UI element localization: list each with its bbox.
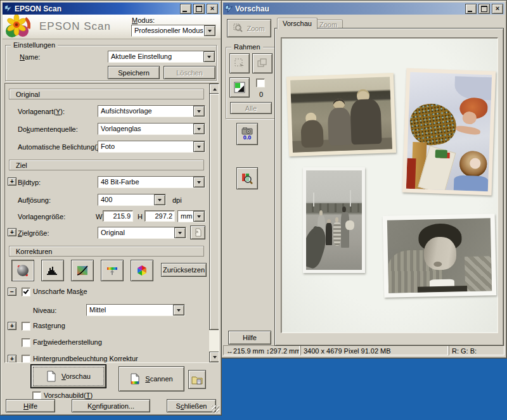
scroll-down-button[interactable] xyxy=(209,352,219,362)
aufloesung-label: Auflösung: xyxy=(18,196,51,204)
einstellungen-groupbox: Einstellungen Name: Aktuelle Einstellung… xyxy=(5,45,217,81)
preview-close-button[interactable]: × xyxy=(492,4,503,14)
preview-tab-page xyxy=(274,28,504,346)
status-width: 215.9 mm xyxy=(233,347,264,355)
photo-boy-portrait[interactable] xyxy=(383,213,497,298)
auto-exposure-button[interactable] xyxy=(11,260,34,281)
aufloesung-select[interactable]: 400 xyxy=(98,194,166,206)
chevron-down-icon[interactable] xyxy=(154,194,165,205)
status-rgb: R: G: B: xyxy=(452,347,477,355)
rasterung-expander-button[interactable]: + xyxy=(8,322,16,330)
scan-minimize-button[interactable] xyxy=(180,4,191,14)
scan-window-titlebar[interactable]: EPSON Scan × xyxy=(3,3,219,15)
zielgroesse-select[interactable]: Original xyxy=(98,227,186,239)
preview-window-titlebar[interactable]: Vorschau × xyxy=(223,3,504,15)
photo-family-harbor[interactable] xyxy=(303,167,365,273)
dokumentenquelle-select[interactable]: Vorlagenglas xyxy=(98,123,205,135)
vorschau-button[interactable]: Vorschau xyxy=(31,365,106,388)
chevron-down-icon[interactable] xyxy=(173,305,184,315)
belichtung-select[interactable]: Foto xyxy=(98,141,205,153)
belichtung-label: Automatische Belichtung(X): xyxy=(18,143,106,151)
chevron-down-icon[interactable] xyxy=(193,177,205,188)
maske-expander-button[interactable]: − xyxy=(8,288,16,296)
duplicate-marquee-button[interactable] xyxy=(252,53,273,73)
unit-select[interactable]: mm xyxy=(177,210,205,222)
height-field[interactable] xyxy=(144,210,175,222)
tone-curve-button[interactable] xyxy=(71,260,94,281)
scanner-bed[interactable] xyxy=(282,39,497,332)
korrekturen-section-header: Korrekturen xyxy=(9,246,204,257)
chevron-down-icon[interactable] xyxy=(203,51,215,62)
width-field[interactable] xyxy=(103,210,133,222)
scroll-thumb[interactable] xyxy=(209,93,219,330)
auto-locate-button[interactable] xyxy=(229,77,250,98)
tone-curve-icon xyxy=(76,265,89,276)
konfiguration-button[interactable]: Konfiguration... xyxy=(72,399,150,412)
photo-woman-on-bed[interactable] xyxy=(402,68,496,196)
speichern-button[interactable]: Speichern xyxy=(108,66,160,79)
dokumentenquelle-label: Dokumentenquelle: xyxy=(18,125,78,133)
scan-window: EPSON Scan × EPSON xyxy=(0,0,222,416)
vorschaubild-label: Vorschaubild(T) xyxy=(44,391,93,399)
loeschen-button[interactable]: Löschen xyxy=(164,66,215,79)
image-adjustment-icon xyxy=(106,265,119,276)
chevron-down-icon[interactable] xyxy=(193,141,205,152)
vorlagenart-select[interactable]: Aufsichtsvorlage xyxy=(98,105,205,117)
chevron-down-icon[interactable] xyxy=(174,227,186,238)
file-save-settings-button[interactable] xyxy=(188,370,206,389)
settings-scrollbar[interactable] xyxy=(209,84,219,362)
chevron-down-icon[interactable] xyxy=(204,25,215,36)
zoom-button[interactable]: Zoom xyxy=(227,19,271,37)
chevron-down-icon[interactable] xyxy=(193,106,205,117)
chevron-down-icon[interactable] xyxy=(193,211,205,222)
densitometer-button[interactable]: 0.0 xyxy=(236,123,258,145)
modus-select[interactable]: Professioneller Modus xyxy=(131,25,216,37)
delete-marquee-button[interactable] xyxy=(229,53,250,73)
histogram-button[interactable] xyxy=(41,260,64,281)
delete-marquee-icon xyxy=(234,58,245,69)
scan-close-button[interactable]: × xyxy=(207,4,218,14)
photo-three-women-field[interactable] xyxy=(286,73,396,156)
duplicate-marquee-icon xyxy=(257,58,268,69)
marquee-count: 0 xyxy=(259,91,263,98)
status-height: 297.2 mm xyxy=(269,347,300,355)
niveau-select[interactable]: Mittel xyxy=(86,304,185,316)
marquee-checkbox[interactable] xyxy=(256,79,265,87)
color-palette-button[interactable] xyxy=(131,260,153,281)
original-section-header: Original xyxy=(9,89,204,99)
w-label: W xyxy=(96,213,102,220)
densitometer-value: 0.0 xyxy=(243,135,252,141)
zielgroesse-expander-button[interactable]: + xyxy=(8,228,16,236)
hintergrund-expander-button[interactable]: + xyxy=(8,355,16,363)
target-size-icon xyxy=(193,228,202,237)
h-label: H xyxy=(138,213,143,220)
brand-text: EPSON Scan xyxy=(39,20,111,33)
image-adjustment-button[interactable] xyxy=(101,260,124,281)
farbwiederherstellung-checkbox[interactable] xyxy=(22,338,30,347)
scannen-button[interactable]: Scannen xyxy=(119,366,184,391)
preview-maximize-button[interactable] xyxy=(478,4,490,14)
dpi-unit-label: dpi xyxy=(172,196,182,204)
alle-button[interactable]: Alle xyxy=(230,102,272,114)
preview-minimize-button[interactable] xyxy=(465,4,477,14)
name-select[interactable]: Aktuelle Einstellung xyxy=(108,51,215,63)
scan-window-title: EPSON Scan xyxy=(15,4,178,13)
hintergrund-checkbox[interactable] xyxy=(22,355,30,363)
scan-maximize-button[interactable] xyxy=(193,4,205,14)
epson-scan-app-icon xyxy=(4,4,13,13)
bildtyp-select[interactable]: 48 Bit-Farbe xyxy=(98,176,205,188)
zielgroesse-options-button[interactable] xyxy=(190,226,205,239)
tab-vorschau[interactable]: Vorschau xyxy=(277,18,318,29)
chevron-down-icon[interactable] xyxy=(193,124,205,134)
bildtyp-expander-button[interactable]: + xyxy=(8,177,16,186)
find-frame-button[interactable] xyxy=(236,167,258,189)
resize-grip[interactable] xyxy=(212,405,219,413)
unscharfe-maske-checkbox[interactable] xyxy=(22,288,30,296)
hintergrund-label: Hintergrundbeleuchtung Korrektur xyxy=(33,355,138,362)
zuruecksetzen-button[interactable]: Zurücksetzen xyxy=(161,263,207,277)
hilfe-button[interactable]: Hilfe xyxy=(6,399,55,412)
settings-scroll-panel: Original Vorlagenart(Y): Aufsichtsvorlag… xyxy=(4,83,219,363)
rasterung-checkbox[interactable] xyxy=(22,322,30,331)
preview-hilfe-button[interactable]: Hilfe xyxy=(228,331,271,345)
schliessen-button[interactable]: Schließen xyxy=(167,399,216,412)
